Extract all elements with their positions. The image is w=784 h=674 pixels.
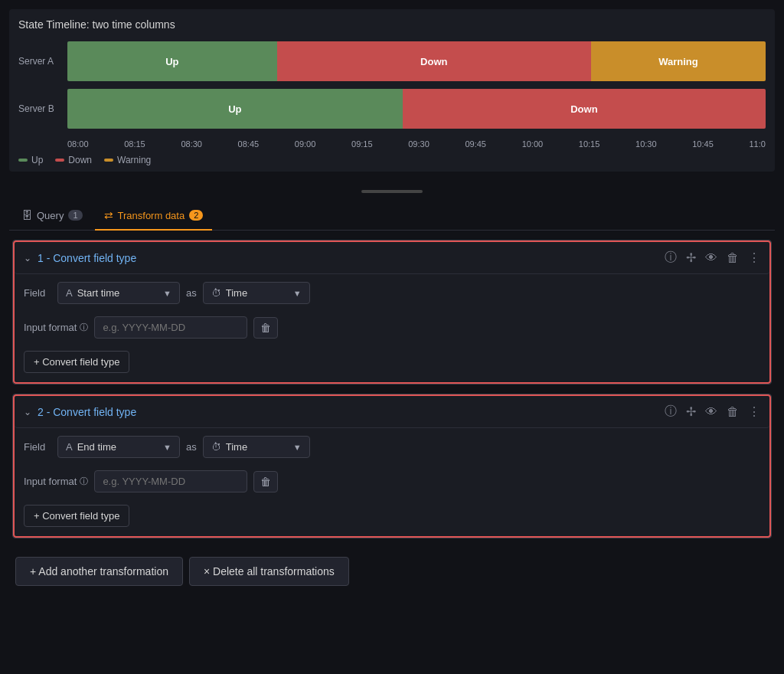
transform-2-debug-icon[interactable]: ✢ (686, 404, 696, 419)
legend-down: Down (55, 155, 92, 165)
tab-transform[interactable]: ⇄ Transform data 2 (95, 204, 213, 231)
legend-dot-warning (104, 159, 113, 162)
legend-warning: Warning (104, 155, 151, 165)
server-a-down-bar: Down (277, 41, 591, 81)
transform-2-type-value: Time (226, 441, 289, 453)
transform-1-field-select-icon: A (66, 287, 73, 299)
transform-1-as-label: as (186, 287, 197, 299)
transform-2-field-select-icon: A (66, 441, 73, 453)
tab-transform-badge: 2 (189, 210, 203, 221)
transform-1-field-dropdown-icon: ▼ (163, 289, 172, 298)
transform-2-type-dropdown-icon: ▼ (293, 443, 302, 452)
transform-1-actions: ⓘ ✢ 👁 🗑 ⋮ (665, 250, 760, 266)
transform-2-input-format-delete-btn[interactable]: 🗑 (253, 471, 278, 492)
transform-1-delete-icon[interactable]: 🗑 (727, 251, 739, 265)
transform-2-field-label: Field (24, 441, 51, 453)
transform-2-field-dropdown-icon: ▼ (163, 443, 172, 452)
chart-title: State Timeline: two time columns (18, 18, 766, 31)
transform-1-input-format-label: Input format ⓘ (24, 322, 88, 333)
transform-block-2-inner: ⌄ 2 - Convert field type ⓘ ✢ 👁 🗑 ⋮ Field (13, 394, 771, 538)
main-container: State Timeline: two time columns Server … (0, 0, 784, 595)
transform-block-1: ⌄ 1 - Convert field type ⓘ ✢ 👁 🗑 ⋮ Field (12, 240, 772, 384)
legend-up: Up (18, 155, 43, 165)
transform-1-chevron[interactable]: ⌄ (24, 253, 31, 263)
time-label-1000: 10:00 (522, 139, 544, 149)
chart-legend: Up Down Warning (18, 155, 766, 165)
server-b-up-bar: Up (67, 89, 403, 129)
transform-1-eye-icon[interactable]: 👁 (705, 251, 717, 265)
transform-2-add-conversion-btn[interactable]: + Convert field type (24, 505, 129, 527)
time-label-1100: 11:0 (749, 139, 765, 149)
time-label-0800: 08:00 (67, 139, 89, 149)
transform-1-type-icon: ⏱ (211, 287, 221, 299)
transform-1-header-inner: ⌄ 1 - Convert field type (24, 252, 665, 264)
tab-query[interactable]: 🗄 Query 1 (12, 204, 92, 231)
timeline-row-server-b: Server B Up Down (67, 89, 766, 129)
transform-2-field-select[interactable]: A End time ▼ (57, 436, 180, 458)
tab-query-label: Query (37, 210, 64, 221)
tabs-bar: 🗄 Query 1 ⇄ Transform data 2 (9, 198, 775, 231)
server-b-bars: Up Down (67, 89, 766, 129)
transform-1-input-format-delete-btn[interactable]: 🗑 (253, 317, 278, 339)
transform-2-actions: ⓘ ✢ 👁 🗑 ⋮ (665, 404, 760, 420)
transform-2-eye-icon[interactable]: 👁 (705, 405, 717, 419)
transform-1-type-value: Time (226, 287, 289, 299)
transform-2-type-select[interactable]: ⏱ Time ▼ (203, 436, 310, 458)
chart-panel: State Timeline: two time columns Server … (9, 9, 775, 172)
server-b-down-bar: Down (403, 89, 766, 129)
transform-1-field-label: Field (24, 287, 51, 299)
transform-2-as-label: as (186, 441, 197, 453)
transform-2-info-icon[interactable]: ⓘ (665, 404, 677, 420)
add-transformation-button[interactable]: + Add another transformation (15, 557, 183, 586)
tab-query-badge: 1 (68, 210, 82, 221)
transform-1-type-dropdown-icon: ▼ (293, 289, 302, 298)
server-a-label: Server A (18, 56, 64, 67)
transform-1-input-format-row: Input format ⓘ 🗑 (15, 312, 769, 346)
transform-icon: ⇄ (104, 209, 113, 221)
transform-2-input-format-row: Input format ⓘ 🗑 (15, 466, 769, 500)
transform-1-header: ⌄ 1 - Convert field type ⓘ ✢ 👁 🗑 ⋮ (15, 242, 769, 274)
time-label-0930: 09:30 (408, 139, 430, 149)
time-axis: 08:00 08:15 08:30 08:45 09:00 09:15 09:3… (67, 136, 766, 149)
time-label-0900: 09:00 (295, 139, 316, 149)
transform-1-add-conversion-btn[interactable]: + Convert field type (24, 351, 129, 373)
transform-1-input-format-info-icon[interactable]: ⓘ (80, 322, 88, 333)
transform-2-chevron[interactable]: ⌄ (24, 407, 31, 417)
bottom-bar: + Add another transformation × Delete al… (12, 548, 772, 586)
time-label-1045: 10:45 (692, 139, 714, 149)
time-label-0815: 08:15 (124, 139, 145, 149)
delete-all-transformations-button[interactable]: × Delete all transformations (189, 557, 349, 586)
database-icon: 🗄 (21, 209, 32, 221)
server-b-label: Server B (18, 103, 64, 114)
transform-1-info-icon[interactable]: ⓘ (665, 250, 677, 266)
time-label-0845: 08:45 (238, 139, 260, 149)
transforms-area: ⌄ 1 - Convert field type ⓘ ✢ 👁 🗑 ⋮ Field (9, 240, 775, 586)
transform-1-title: 1 - Convert field type (38, 252, 136, 264)
transform-2-input-format-label: Input format ⓘ (24, 476, 88, 487)
time-label-1015: 10:15 (579, 139, 600, 149)
chart-area: Server A Up Down Warning Server B Up Dow… (18, 41, 766, 149)
scroll-handle[interactable] (361, 190, 423, 193)
transform-2-header: ⌄ 2 - Convert field type ⓘ ✢ 👁 🗑 ⋮ (15, 396, 769, 428)
transform-2-input-format-field[interactable] (94, 470, 247, 492)
transform-2-title: 2 - Convert field type (38, 406, 136, 418)
time-label-1030: 10:30 (635, 139, 657, 149)
transform-2-drag-icon[interactable]: ⋮ (748, 404, 760, 419)
legend-dot-up (18, 159, 28, 162)
legend-label-warning: Warning (117, 155, 151, 165)
server-a-bars: Up Down Warning (67, 41, 766, 81)
time-label-0915: 09:15 (351, 139, 373, 149)
transform-2-delete-icon[interactable]: 🗑 (727, 405, 739, 419)
transform-1-input-format-field[interactable] (94, 316, 247, 339)
transform-1-type-select[interactable]: ⏱ Time ▼ (203, 282, 310, 304)
time-label-0830: 08:30 (181, 139, 202, 149)
server-a-up-bar: Up (67, 41, 277, 81)
transform-2-field-value: End time (77, 441, 158, 453)
transform-2-header-inner: ⌄ 2 - Convert field type (24, 406, 665, 418)
transform-2-field-row: Field A End time ▼ as ⏱ Time ▼ (15, 428, 769, 466)
transform-2-input-format-info-icon[interactable]: ⓘ (80, 476, 88, 487)
timeline-row-server-a: Server A Up Down Warning (67, 41, 766, 81)
transform-1-debug-icon[interactable]: ✢ (686, 250, 696, 265)
transform-1-drag-icon[interactable]: ⋮ (748, 250, 760, 265)
transform-1-field-select[interactable]: A Start time ▼ (57, 282, 180, 304)
